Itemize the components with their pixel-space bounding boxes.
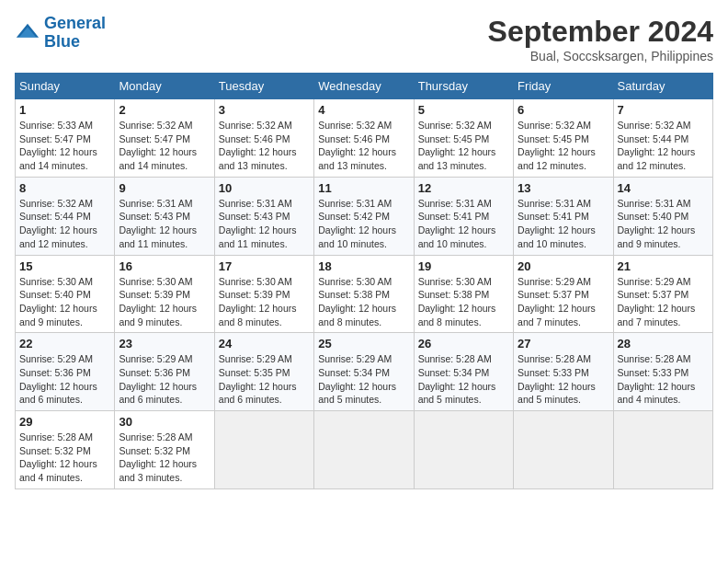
calendar-cell: 18 Sunrise: 5:30 AMSunset: 5:38 PMDaylig… xyxy=(314,255,414,333)
day-number: 29 xyxy=(19,415,110,429)
logo-icon xyxy=(15,20,40,46)
day-number: 15 xyxy=(19,259,110,273)
day-number: 11 xyxy=(318,181,409,195)
weekday-header-row: SundayMondayTuesdayWednesdayThursdayFrid… xyxy=(16,74,713,99)
calendar-cell: 25 Sunrise: 5:29 AMSunset: 5:34 PMDaylig… xyxy=(314,333,414,411)
day-number: 20 xyxy=(518,259,609,273)
day-number: 5 xyxy=(418,103,509,117)
day-number: 1 xyxy=(19,103,110,117)
day-number: 9 xyxy=(119,181,210,195)
day-info: Sunrise: 5:31 AMSunset: 5:42 PMDaylight:… xyxy=(318,197,409,251)
calendar-cell: 4 Sunrise: 5:32 AMSunset: 5:46 PMDayligh… xyxy=(314,99,414,178)
day-info: Sunrise: 5:28 AMSunset: 5:32 PMDaylight:… xyxy=(19,431,110,485)
week-row-3: 15 Sunrise: 5:30 AMSunset: 5:40 PMDaylig… xyxy=(16,255,713,333)
day-info: Sunrise: 5:30 AMSunset: 5:38 PMDaylight:… xyxy=(418,275,509,329)
day-info: Sunrise: 5:32 AMSunset: 5:45 PMDaylight:… xyxy=(418,119,509,173)
calendar-cell: 24 Sunrise: 5:29 AMSunset: 5:35 PMDaylig… xyxy=(214,333,313,411)
calendar-cell: 28 Sunrise: 5:28 AMSunset: 5:33 PMDaylig… xyxy=(613,333,712,411)
day-number: 14 xyxy=(618,181,709,195)
calendar-cell: 30 Sunrise: 5:28 AMSunset: 5:32 PMDaylig… xyxy=(115,411,214,489)
weekday-header-thursday: Thursday xyxy=(414,74,513,99)
day-number: 16 xyxy=(119,259,210,273)
calendar-table: SundayMondayTuesdayWednesdayThursdayFrid… xyxy=(15,73,713,489)
calendar-cell: 21 Sunrise: 5:29 AMSunset: 5:37 PMDaylig… xyxy=(613,255,712,333)
day-info: Sunrise: 5:31 AMSunset: 5:43 PMDaylight:… xyxy=(119,197,210,251)
calendar-cell: 7 Sunrise: 5:32 AMSunset: 5:44 PMDayligh… xyxy=(613,99,712,178)
day-info: Sunrise: 5:28 AMSunset: 5:33 PMDaylight:… xyxy=(518,352,609,407)
day-number: 12 xyxy=(418,181,509,195)
calendar-cell: 11 Sunrise: 5:31 AMSunset: 5:42 PMDaylig… xyxy=(314,177,414,255)
day-number: 3 xyxy=(219,103,310,117)
day-info: Sunrise: 5:29 AMSunset: 5:35 PMDaylight:… xyxy=(219,352,310,407)
calendar-cell: 23 Sunrise: 5:29 AMSunset: 5:36 PMDaylig… xyxy=(115,333,214,411)
calendar-cell: 16 Sunrise: 5:30 AMSunset: 5:39 PMDaylig… xyxy=(115,255,214,333)
calendar-cell: 12 Sunrise: 5:31 AMSunset: 5:41 PMDaylig… xyxy=(414,177,513,255)
calendar-cell: 8 Sunrise: 5:32 AMSunset: 5:44 PMDayligh… xyxy=(16,177,115,255)
calendar-subtitle: Bual, Soccsksargen, Philippines xyxy=(488,49,713,63)
day-number: 30 xyxy=(119,415,210,429)
day-info: Sunrise: 5:30 AMSunset: 5:39 PMDaylight:… xyxy=(119,275,210,329)
day-number: 17 xyxy=(219,259,310,273)
calendar-cell: 15 Sunrise: 5:30 AMSunset: 5:40 PMDaylig… xyxy=(16,255,115,333)
day-number: 22 xyxy=(19,337,110,350)
day-info: Sunrise: 5:32 AMSunset: 5:45 PMDaylight:… xyxy=(518,119,609,173)
title-block: September 2024 Bual, Soccsksargen, Phili… xyxy=(488,15,713,63)
week-row-1: 1 Sunrise: 5:33 AMSunset: 5:47 PMDayligh… xyxy=(16,99,713,178)
weekday-header-monday: Monday xyxy=(115,74,214,99)
day-info: Sunrise: 5:30 AMSunset: 5:40 PMDaylight:… xyxy=(19,275,110,329)
calendar-cell: 27 Sunrise: 5:28 AMSunset: 5:33 PMDaylig… xyxy=(514,333,613,411)
weekday-header-sunday: Sunday xyxy=(16,74,115,99)
calendar-cell: 6 Sunrise: 5:32 AMSunset: 5:45 PMDayligh… xyxy=(514,99,613,178)
calendar-cell: 26 Sunrise: 5:28 AMSunset: 5:34 PMDaylig… xyxy=(414,333,513,411)
calendar-cell xyxy=(214,411,313,489)
day-number: 6 xyxy=(518,103,609,117)
day-info: Sunrise: 5:31 AMSunset: 5:41 PMDaylight:… xyxy=(518,197,609,251)
day-number: 7 xyxy=(618,103,709,117)
day-number: 2 xyxy=(119,103,210,117)
day-number: 28 xyxy=(618,337,709,350)
calendar-title: September 2024 xyxy=(488,15,713,49)
day-info: Sunrise: 5:29 AMSunset: 5:37 PMDaylight:… xyxy=(618,275,709,329)
calendar-cell: 2 Sunrise: 5:32 AMSunset: 5:47 PMDayligh… xyxy=(115,99,214,178)
calendar-cell: 13 Sunrise: 5:31 AMSunset: 5:41 PMDaylig… xyxy=(514,177,613,255)
weekday-header-wednesday: Wednesday xyxy=(314,74,414,99)
day-number: 19 xyxy=(418,259,509,273)
day-info: Sunrise: 5:29 AMSunset: 5:36 PMDaylight:… xyxy=(19,352,110,407)
calendar-cell: 9 Sunrise: 5:31 AMSunset: 5:43 PMDayligh… xyxy=(115,177,214,255)
day-info: Sunrise: 5:33 AMSunset: 5:47 PMDaylight:… xyxy=(19,119,110,173)
weekday-header-tuesday: Tuesday xyxy=(214,74,313,99)
day-info: Sunrise: 5:30 AMSunset: 5:39 PMDaylight:… xyxy=(219,275,310,329)
calendar-cell xyxy=(414,411,513,489)
day-info: Sunrise: 5:29 AMSunset: 5:36 PMDaylight:… xyxy=(119,352,210,407)
calendar-cell: 14 Sunrise: 5:31 AMSunset: 5:40 PMDaylig… xyxy=(613,177,712,255)
day-info: Sunrise: 5:29 AMSunset: 5:37 PMDaylight:… xyxy=(518,275,609,329)
calendar-cell xyxy=(514,411,613,489)
calendar-cell xyxy=(314,411,414,489)
day-number: 18 xyxy=(318,259,409,273)
day-info: Sunrise: 5:32 AMSunset: 5:46 PMDaylight:… xyxy=(219,119,310,173)
calendar-cell: 22 Sunrise: 5:29 AMSunset: 5:36 PMDaylig… xyxy=(16,333,115,411)
logo: General Blue xyxy=(15,15,106,52)
day-number: 27 xyxy=(518,337,609,350)
day-info: Sunrise: 5:31 AMSunset: 5:40 PMDaylight:… xyxy=(618,197,709,251)
day-info: Sunrise: 5:32 AMSunset: 5:44 PMDaylight:… xyxy=(19,197,110,251)
calendar-cell xyxy=(613,411,712,489)
calendar-cell: 19 Sunrise: 5:30 AMSunset: 5:38 PMDaylig… xyxy=(414,255,513,333)
day-info: Sunrise: 5:32 AMSunset: 5:47 PMDaylight:… xyxy=(119,119,210,173)
day-number: 25 xyxy=(318,337,409,350)
day-info: Sunrise: 5:28 AMSunset: 5:34 PMDaylight:… xyxy=(418,352,509,407)
calendar-cell: 20 Sunrise: 5:29 AMSunset: 5:37 PMDaylig… xyxy=(514,255,613,333)
day-number: 8 xyxy=(19,181,110,195)
day-number: 26 xyxy=(418,337,509,350)
day-info: Sunrise: 5:32 AMSunset: 5:44 PMDaylight:… xyxy=(618,119,709,173)
day-number: 13 xyxy=(518,181,609,195)
day-info: Sunrise: 5:28 AMSunset: 5:32 PMDaylight:… xyxy=(119,431,210,485)
calendar-cell: 29 Sunrise: 5:28 AMSunset: 5:32 PMDaylig… xyxy=(16,411,115,489)
day-number: 24 xyxy=(219,337,310,350)
day-info: Sunrise: 5:28 AMSunset: 5:33 PMDaylight:… xyxy=(618,352,709,407)
day-number: 21 xyxy=(618,259,709,273)
day-info: Sunrise: 5:30 AMSunset: 5:38 PMDaylight:… xyxy=(318,275,409,329)
calendar-cell: 10 Sunrise: 5:31 AMSunset: 5:43 PMDaylig… xyxy=(214,177,313,255)
weekday-header-friday: Friday xyxy=(514,74,613,99)
week-row-4: 22 Sunrise: 5:29 AMSunset: 5:36 PMDaylig… xyxy=(16,333,713,411)
